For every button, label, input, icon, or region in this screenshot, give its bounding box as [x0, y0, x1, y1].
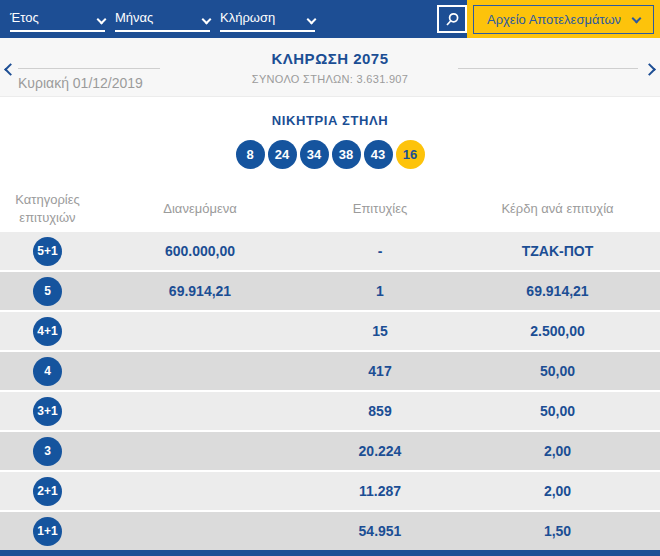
winning-number-ball: 34: [300, 140, 329, 169]
winning-number-ball: 8: [236, 140, 265, 169]
category-badge: 5+1: [33, 237, 62, 266]
prize-value: 69.914,21: [455, 283, 660, 299]
divider-line: [458, 68, 638, 69]
table-row: 3+1 859 50,00: [0, 392, 660, 430]
next-draw-button[interactable]: [643, 60, 656, 79]
hits-value: 20.224: [305, 443, 455, 459]
filter-bar-left: Έτος Μήνας Κλήρωση: [0, 0, 467, 38]
bonus-number-ball: 16: [396, 140, 425, 169]
year-dropdown-label: Έτος: [10, 10, 39, 25]
prize-value: ΤΖΑΚ-ΠΟΤ: [455, 243, 660, 259]
search-button[interactable]: [437, 5, 467, 33]
archive-results-label: Αρχείο Αποτελεσμάτων: [487, 12, 621, 27]
table-row: 1+1 54.951 1,50: [0, 512, 660, 550]
archive-results-button[interactable]: Αρχείο Αποτελεσμάτων: [473, 5, 654, 34]
draw-dropdown-label: Κλήρωση: [220, 10, 275, 25]
table-row: 3 20.224 2,00: [0, 432, 660, 470]
prize-value: 2,00: [455, 443, 660, 459]
hits-value: 54.951: [305, 523, 455, 539]
winning-column-section: ΝΙΚΗΤΡΙΑ ΣΤΗΛΗ 8 24 34 38 43 16: [0, 97, 660, 185]
prize-value: 1,50: [455, 523, 660, 539]
hits-value: -: [305, 243, 455, 259]
table-row: 5+1 600.000,00 - ΤΖΑΚ-ΠΟΤ: [0, 232, 660, 270]
prize-value: 2.500,00: [455, 323, 660, 339]
table-row: 4+1 15 2.500,00: [0, 312, 660, 350]
prize-value: 50,00: [455, 363, 660, 379]
hits-value: 417: [305, 363, 455, 379]
distributed-value: 69.914,21: [95, 283, 305, 299]
table-body: 5+1 600.000,00 - ΤΖΑΚ-ΠΟΤ 5 69.914,21 1 …: [0, 232, 660, 550]
draw-title: ΚΛΗΡΩΣΗ 2075: [0, 50, 660, 67]
chevron-right-icon: [643, 63, 656, 76]
category-badge: 3: [33, 437, 62, 466]
draw-header: Κυριακή 01/12/2019 ΚΛΗΡΩΣΗ 2075 ΣΥΝΟΛΟ Σ…: [0, 38, 660, 97]
table-row: 4 417 50,00: [0, 352, 660, 390]
winning-column-title: ΝΙΚΗΤΡΙΑ ΣΤΗΛΗ: [0, 113, 660, 128]
hits-value: 1: [305, 283, 455, 299]
prize-value: 50,00: [455, 403, 660, 419]
filter-bar-yellow-panel: Αρχείο Αποτελεσμάτων: [467, 0, 660, 38]
hits-value: 11.287: [305, 483, 455, 499]
hits-value: 15: [305, 323, 455, 339]
chevron-down-icon: [307, 15, 317, 25]
search-icon: [445, 12, 460, 27]
header-hits: Επιτυχίες: [305, 201, 455, 216]
table-row: 2+1 11.287 2,00: [0, 472, 660, 510]
category-badge: 5: [33, 277, 62, 306]
hits-value: 859: [305, 403, 455, 419]
category-badge: 4+1: [33, 317, 62, 346]
total-columns-label: ΣΥΝΟΛΟ ΣΤΗΛΩΝ: 3.631.907: [0, 73, 660, 85]
footer-bar: [0, 550, 660, 556]
month-dropdown-label: Μήνας: [115, 10, 153, 25]
category-badge: 3+1: [33, 397, 62, 426]
chevron-down-icon: [202, 15, 212, 25]
winning-number-ball: 43: [364, 140, 393, 169]
header-prize-per-hit: Κέρδη ανά επιτυχία: [455, 201, 660, 216]
month-dropdown[interactable]: Μήνας: [115, 6, 210, 32]
results-table: Κατηγορίες επιτυχιών Διανεμόμενα Επιτυχί…: [0, 185, 660, 550]
chevron-down-icon: [97, 15, 107, 25]
draw-dropdown[interactable]: Κλήρωση: [220, 6, 315, 32]
winning-number-ball: 38: [332, 140, 361, 169]
winning-numbers: 8 24 34 38 43 16: [0, 140, 660, 169]
category-badge: 4: [33, 357, 62, 386]
header-categories: Κατηγορίες επιτυχιών: [0, 191, 95, 226]
table-header-row: Κατηγορίες επιτυχιών Διανεμόμενα Επιτυχί…: [0, 185, 660, 232]
filter-bar: Έτος Μήνας Κλήρωση Αρχείο Αποτελεσμάτων: [0, 0, 660, 38]
header-distributed: Διανεμόμενα: [95, 201, 305, 216]
category-badge: 1+1: [33, 517, 62, 546]
winning-number-ball: 24: [268, 140, 297, 169]
category-badge: 2+1: [33, 477, 62, 506]
distributed-value: 600.000,00: [95, 243, 305, 259]
year-dropdown[interactable]: Έτος: [10, 6, 105, 32]
prize-value: 2,00: [455, 483, 660, 499]
table-row: 5 69.914,21 1 69.914,21: [0, 272, 660, 310]
chevron-down-icon: [632, 13, 642, 23]
